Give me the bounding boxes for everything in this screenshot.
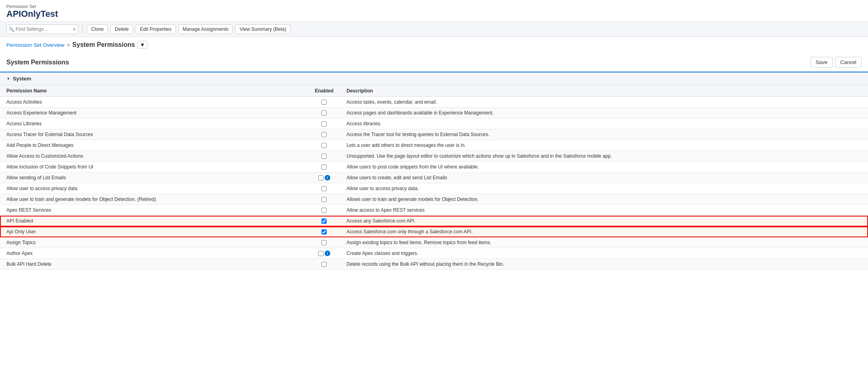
cancel-button[interactable]: Cancel: [835, 57, 862, 68]
permission-checkbox[interactable]: [321, 262, 327, 267]
permission-enabled-cell: i: [308, 172, 340, 183]
table-row: Allow user to access privacy dataAllow u…: [0, 183, 868, 194]
permission-name-cell: Api Only User: [0, 227, 308, 237]
permission-enabled-cell: [308, 97, 340, 108]
permission-name-cell: Allow sending of List Emails: [0, 172, 308, 183]
permission-description-cell: Allows user to train and generate models…: [340, 194, 868, 205]
info-icon[interactable]: i: [325, 175, 330, 180]
col-header-name: Permission Name: [0, 85, 308, 97]
permission-checkbox[interactable]: [321, 186, 327, 191]
permission-name-cell: Add People to Direct Messages: [0, 140, 308, 151]
search-wrapper: 🔍 ✕: [6, 24, 78, 34]
table-row: Allow Inclusion of Code Snippets from UI…: [0, 162, 868, 172]
edit-properties-button[interactable]: Edit Properties: [136, 24, 176, 34]
breadcrumb-dropdown-button[interactable]: ▼: [137, 41, 148, 49]
section-title: System Permissions: [6, 59, 69, 66]
breadcrumb: Permission Set Overview > System Permiss…: [0, 37, 868, 53]
toolbar-separator: [82, 25, 83, 33]
search-input[interactable]: [6, 24, 78, 34]
table-row: Access LibrariesAccess libraries.: [0, 118, 868, 129]
permission-description-cell: Access pages and dashboards available in…: [340, 108, 868, 118]
permission-enabled-cell: [308, 259, 340, 270]
table-row: Access Experience ManagementAccess pages…: [0, 108, 868, 118]
permission-checkbox[interactable]: [321, 143, 327, 148]
group-header: ▼ System: [0, 72, 868, 85]
permission-name-cell: Author Apex: [0, 248, 308, 259]
permission-description-cell: Assign existing topics to feed items. Re…: [340, 237, 868, 248]
table-row: Api Only UserAccess Salesforce.com only …: [0, 227, 868, 237]
permission-description-cell: Lets a user add others to direct message…: [340, 140, 868, 151]
permission-enabled-cell: [308, 227, 340, 237]
clear-search-icon[interactable]: ✕: [72, 27, 76, 32]
permission-name-cell: Access Tracer for External Data Sources: [0, 129, 308, 140]
permission-name-cell: Allow user to train and generate models …: [0, 194, 308, 205]
permission-set-name: APIOnlyTest: [6, 9, 862, 19]
permission-checkbox[interactable]: [321, 110, 327, 116]
permission-description-cell: Access Salesforce.com only through a Sal…: [340, 227, 868, 237]
permission-checkbox[interactable]: [318, 251, 323, 256]
save-button[interactable]: Save: [810, 57, 833, 68]
permission-description-cell: Access tasks, events, calendar, and emai…: [340, 97, 868, 108]
section-header: System Permissions Save Cancel: [0, 53, 868, 72]
permission-checkbox[interactable]: [321, 219, 327, 224]
search-icon: 🔍: [9, 27, 14, 32]
clone-button[interactable]: Clone: [87, 24, 108, 34]
permission-enabled-cell: [308, 108, 340, 118]
group-label: System: [13, 76, 31, 82]
table-row: Access Tracer for External Data SourcesA…: [0, 129, 868, 140]
permission-checkbox[interactable]: [321, 164, 327, 170]
permission-name-cell: Bulk API Hard Delete: [0, 259, 308, 270]
section-actions: Save Cancel: [810, 57, 862, 68]
table-row: API EnabledAccess any Salesforce.com API…: [0, 216, 868, 227]
permission-enabled-cell: i: [308, 248, 340, 259]
permission-enabled-cell: [308, 118, 340, 129]
breadcrumb-current: System Permissions: [72, 41, 135, 48]
breadcrumb-separator: >: [67, 42, 70, 48]
breadcrumb-parent-link[interactable]: Permission Set Overview: [6, 42, 64, 48]
permission-enabled-cell: [308, 194, 340, 205]
permission-checkbox[interactable]: [321, 132, 327, 137]
permission-name-cell: Allow Inclusion of Code Snippets from UI: [0, 162, 308, 172]
permission-checkbox[interactable]: [321, 197, 327, 202]
permissions-table: Permission Name Enabled Description Acce…: [0, 85, 868, 270]
permission-description-cell: Access any Salesforce.com API.: [340, 216, 868, 227]
permission-enabled-cell: [308, 237, 340, 248]
manage-assignments-button[interactable]: Manage Assignments: [178, 24, 233, 34]
permission-checkbox[interactable]: [321, 121, 327, 126]
table-row: Access ActivitiesAccess tasks, events, c…: [0, 97, 868, 108]
permission-name-cell: Apex REST Services: [0, 205, 308, 216]
table-row: Add People to Direct MessagesLets a user…: [0, 140, 868, 151]
permission-checkbox[interactable]: [318, 175, 323, 180]
permission-description-cell: Unsupported. Use the page layout editor …: [340, 151, 868, 162]
page-header: Permission Set APIOnlyTest: [0, 0, 868, 22]
permission-checkbox[interactable]: [321, 154, 327, 159]
permission-name-cell: Access Experience Management: [0, 108, 308, 118]
info-icon[interactable]: i: [325, 251, 330, 256]
permission-checkbox[interactable]: [321, 208, 327, 213]
permission-checkbox[interactable]: [321, 240, 327, 245]
permission-checkbox[interactable]: [321, 229, 327, 235]
group-chevron-icon[interactable]: ▼: [6, 76, 10, 81]
permission-name-cell: Access Activities: [0, 97, 308, 108]
permission-name-cell: Access Libraries: [0, 118, 308, 129]
delete-button[interactable]: Delete: [110, 24, 133, 34]
view-summary-button[interactable]: View Summary (Beta): [235, 24, 290, 34]
permission-set-label: Permission Set: [6, 4, 862, 9]
table-row: Allow user to train and generate models …: [0, 194, 868, 205]
permission-description-cell: Access libraries.: [340, 118, 868, 129]
toolbar: 🔍 ✕ Clone Delete Edit Properties Manage …: [0, 22, 868, 37]
permission-enabled-cell: [308, 162, 340, 172]
table-row: Allow sending of List EmailsiAllow users…: [0, 172, 868, 183]
permission-description-cell: Access the Tracer tool for testing queri…: [340, 129, 868, 140]
permission-description-cell: Allow access to Apex REST services: [340, 205, 868, 216]
permission-enabled-cell: [308, 183, 340, 194]
permission-description-cell: Allow users to create, edit and send Lis…: [340, 172, 868, 183]
permission-description-cell: Allow users to post code snippets from t…: [340, 162, 868, 172]
table-row: Author ApexiCreate Apex classes and trig…: [0, 248, 868, 259]
permission-name-cell: Assign Topics: [0, 237, 308, 248]
permission-checkbox[interactable]: [321, 100, 327, 105]
table-row: Allow Access to Customized ActionsUnsupp…: [0, 151, 868, 162]
table-row: Apex REST ServicesAllow access to Apex R…: [0, 205, 868, 216]
permission-enabled-cell: [308, 205, 340, 216]
permission-enabled-cell: [308, 140, 340, 151]
